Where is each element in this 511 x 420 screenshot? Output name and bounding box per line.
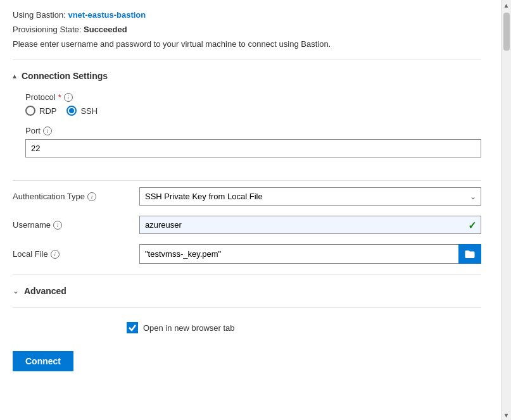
port-label: Port (25, 126, 41, 135)
advanced-section-header[interactable]: ⌄ Advanced (13, 281, 481, 301)
scrollbar-thumb[interactable] (503, 13, 510, 51)
bastion-line: Using Bastion: vnet-eastus-bastion (13, 10, 481, 20)
port-label-row: Port i (25, 126, 52, 135)
open-new-tab-checkbox[interactable] (127, 322, 138, 333)
port-input[interactable] (25, 139, 481, 158)
provisioning-value: Succeeded (84, 25, 127, 34)
connection-settings-header[interactable]: ▴ Connection Settings (13, 66, 481, 86)
scrollbar[interactable]: ▲ ▼ (501, 0, 511, 420)
bastion-label: Using Bastion: (13, 10, 66, 20)
username-row: Username i ✓ (13, 216, 481, 234)
open-new-tab-row: Open in new browser tab (13, 314, 481, 341)
local-file-label-col: Local File i (13, 249, 139, 259)
local-file-row: Local File i (13, 244, 481, 264)
port-row: Port i (25, 126, 481, 158)
auth-type-info-icon: i (87, 192, 96, 201)
local-file-field-col (139, 244, 481, 264)
divider-advanced (13, 274, 481, 275)
username-field-col: ✓ (139, 216, 481, 234)
bastion-link[interactable]: vnet-eastus-bastion (68, 10, 146, 20)
auth-type-label-col: Authentication Type i (13, 192, 139, 201)
rdp-radio[interactable]: RDP (25, 106, 56, 116)
protocol-label: Protocol (25, 92, 56, 102)
info-text: Please enter username and password to yo… (13, 39, 481, 49)
checkmark-icon (129, 324, 136, 331)
auth-type-label: Authentication Type (13, 192, 85, 201)
username-info-icon: i (53, 221, 62, 230)
username-input[interactable] (139, 216, 481, 234)
port-input-wrap (25, 139, 481, 158)
provisioning-line: Provisioning State: Succeeded (13, 25, 481, 34)
open-new-tab-label: Open in new browser tab (143, 323, 235, 333)
auth-section: Authentication Type i Password SSH Priva… (13, 187, 481, 264)
port-info-icon: i (43, 127, 52, 135)
auth-type-row: Authentication Type i Password SSH Priva… (13, 187, 481, 206)
local-file-input[interactable] (139, 244, 458, 264)
connection-settings-chevron-up: ▴ (13, 71, 16, 80)
folder-icon (464, 249, 476, 260)
auth-type-field-col: Password SSH Private Key from Local File… (139, 187, 481, 206)
advanced-title: Advanced (24, 286, 66, 296)
scrollbar-arrow-down[interactable]: ▼ (502, 410, 512, 420)
protocol-radio-group: RDP SSH (25, 106, 98, 116)
advanced-chevron-down: ⌄ (13, 287, 19, 295)
scrollbar-arrow-up[interactable]: ▲ (502, 0, 512, 10)
local-file-info-icon: i (51, 250, 60, 259)
divider-below-advanced (13, 307, 481, 308)
protocol-required: * (58, 92, 61, 102)
local-file-label: Local File (13, 249, 48, 259)
protocol-info-icon: i (64, 93, 73, 102)
divider-auth (13, 180, 481, 181)
username-label: Username (13, 220, 51, 230)
divider-top (13, 59, 481, 59)
main-panel: Using Bastion: vnet-eastus-bastion Provi… (0, 0, 494, 420)
protocol-row: Protocol * i RDP SSH (25, 92, 481, 116)
connection-settings-content: Protocol * i RDP SSH (13, 86, 481, 174)
ssh-label: SSH (80, 106, 98, 116)
file-browse-button[interactable] (458, 244, 481, 264)
provisioning-label: Provisioning State: (13, 25, 81, 34)
connect-button[interactable]: Connect (13, 351, 73, 371)
username-check-icon: ✓ (468, 219, 476, 231)
username-input-wrap: ✓ (139, 216, 481, 234)
local-file-input-wrap (139, 244, 481, 264)
username-label-col: Username i (13, 220, 139, 230)
protocol-label-row: Protocol * i (25, 92, 73, 102)
ssh-radio-circle (66, 106, 77, 116)
rdp-label: RDP (39, 106, 56, 116)
ssh-radio[interactable]: SSH (66, 106, 98, 116)
auth-type-select[interactable]: Password SSH Private Key from Local File… (139, 187, 481, 206)
connection-settings-title: Connection Settings (22, 71, 108, 81)
rdp-radio-circle (25, 106, 35, 116)
